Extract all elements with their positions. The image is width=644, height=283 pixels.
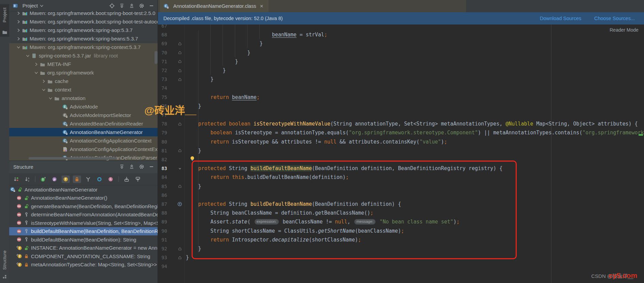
project-tree-item[interactable]: CAnnotationConfigApplicationContext bbox=[9, 136, 158, 145]
project-tree-item[interactable]: CAdviceModeImportSelector bbox=[9, 111, 158, 119]
structure-item[interactable]: fCOMPONENT_ANNOTATION_CLASSNAME: String bbox=[9, 252, 158, 261]
code-token: ; bbox=[358, 237, 361, 243]
collapse-all-icon[interactable] bbox=[129, 3, 134, 9]
choose-sources-link[interactable]: Choose Sources... bbox=[594, 16, 635, 21]
folder-icon bbox=[47, 79, 53, 84]
locate-icon[interactable] bbox=[109, 3, 115, 9]
svg-text:z: z bbox=[28, 179, 29, 182]
visibility-prot-icon bbox=[24, 220, 29, 226]
project-tree-item[interactable]: AnnotationConfigApplicationContextExtens… bbox=[9, 145, 158, 153]
chevron-down-icon[interactable] bbox=[41, 87, 46, 92]
line-number: 88 bbox=[158, 209, 167, 217]
fold-marker-icon[interactable] bbox=[177, 48, 183, 57]
code-text: beanName = strVal; bbox=[186, 30, 327, 39]
project-tree-item[interactable]: Maven: org.springframework:spring-contex… bbox=[9, 43, 158, 51]
project-tree-item[interactable]: context bbox=[9, 85, 158, 94]
chevron-right-icon[interactable] bbox=[34, 62, 39, 67]
structure-item[interactable]: mAnnotationBeanNameGenerator() bbox=[9, 194, 158, 202]
chevron-right-icon[interactable] bbox=[16, 36, 21, 41]
settings-icon[interactable] bbox=[139, 164, 144, 169]
structure-item[interactable]: fmetaAnnotationTypesCache: Map<String, S… bbox=[9, 261, 158, 269]
show-fields-button[interactable]: f bbox=[62, 176, 70, 183]
project-vertical-scrollbar[interactable] bbox=[155, 51, 158, 64]
chevron-down-icon[interactable] bbox=[39, 3, 44, 8]
structure-item[interactable]: mgenerateBeanName(BeanDefinition, BeanDe… bbox=[9, 202, 158, 211]
svg-text:C: C bbox=[64, 122, 66, 125]
project-tree-item[interactable]: Maven: org.springframework:spring-beans:… bbox=[9, 34, 158, 43]
structure-item[interactable]: fINSTANCE: AnnotationBeanNameGenerator =… bbox=[9, 244, 158, 252]
sort-alphabetically-button[interactable]: az bbox=[23, 176, 31, 183]
project-tree-item[interactable]: cache bbox=[9, 77, 158, 85]
sort-by-visibility-button[interactable] bbox=[12, 176, 20, 183]
download-sources-link[interactable]: Download Sources bbox=[540, 16, 581, 21]
project-tree-item[interactable]: EAdviceMode bbox=[9, 102, 158, 111]
chevron-right-icon[interactable] bbox=[16, 19, 21, 24]
collapse-all-icon[interactable] bbox=[129, 164, 134, 169]
line-number: 90 bbox=[158, 227, 167, 235]
fold-marker-icon[interactable] bbox=[177, 57, 183, 66]
override-marker-icon[interactable] bbox=[177, 200, 183, 209]
code-text: } bbox=[186, 146, 201, 155]
code-line: 75 return beanName; bbox=[158, 93, 644, 102]
structure-item[interactable]: mdetermineBeanNameFromAnnotation(Annotat… bbox=[9, 211, 158, 219]
project-panel-title[interactable]: Project bbox=[22, 3, 38, 9]
structure-item[interactable]: mbuildDefaultBeanName(BeanDefinition): S… bbox=[9, 235, 158, 244]
editor-tab[interactable]: C AnnotationBeanNameGenerator.class bbox=[160, 0, 269, 12]
project-tree-item[interactable]: org.springframework bbox=[9, 68, 158, 77]
project-tree-item[interactable]: Maven: org.springframework:spring-aop:5.… bbox=[9, 26, 158, 34]
project-horizontal-scrollbar[interactable] bbox=[29, 157, 117, 160]
editor-tab-label[interactable]: AnnotationBeanNameGenerator.class bbox=[173, 3, 256, 9]
hide-icon[interactable] bbox=[149, 164, 154, 169]
fold-marker-icon[interactable] bbox=[177, 244, 183, 253]
line-number: 70 bbox=[158, 48, 167, 57]
stripe-structure-button[interactable]: Structure bbox=[2, 250, 7, 270]
chevron-right-icon[interactable] bbox=[41, 79, 46, 84]
show-anonymous-classes-button[interactable] bbox=[95, 176, 103, 183]
watermark-center: @砖业洋__ bbox=[144, 102, 196, 117]
fold-marker-icon[interactable] bbox=[177, 146, 183, 155]
stripe-project-button[interactable]: Project bbox=[2, 7, 7, 22]
project-tree-item[interactable]: annotation bbox=[9, 94, 158, 102]
line-number: 69 bbox=[158, 39, 167, 48]
fold-marker-icon[interactable] bbox=[177, 75, 183, 84]
expand-all-icon[interactable] bbox=[119, 164, 125, 169]
structure-item[interactable]: CAnnotationBeanNameGenerator bbox=[9, 185, 158, 194]
autoscroll-to-source-button[interactable] bbox=[123, 176, 131, 183]
expand-all-icon[interactable] bbox=[119, 3, 125, 9]
fold-marker-icon[interactable] bbox=[177, 39, 183, 48]
code-token bbox=[186, 121, 198, 127]
chevron-right-icon[interactable] bbox=[16, 11, 21, 16]
hide-icon[interactable] bbox=[149, 3, 154, 9]
project-tree-item[interactable]: CAnnotatedBeanDefinitionReader bbox=[9, 119, 158, 128]
fold-marker-icon[interactable] bbox=[177, 253, 183, 262]
filter-methods-button[interactable] bbox=[84, 176, 92, 183]
show-non-public-button[interactable] bbox=[73, 176, 81, 183]
code-token bbox=[186, 201, 198, 207]
chevron-down-icon[interactable] bbox=[16, 45, 21, 50]
intention-bulb-icon[interactable] bbox=[190, 156, 195, 162]
structure-item[interactable]: misStereotypeWithNameValue(String, Set<S… bbox=[9, 219, 158, 227]
project-tree-item[interactable]: spring-context-5.3.7.jarlibrary root bbox=[9, 51, 158, 60]
show-properties-button[interactable]: p bbox=[50, 176, 59, 183]
chevron-down-icon[interactable] bbox=[48, 96, 53, 101]
code-viewport[interactable]: 6768 beanName = strVal;69 }70 }71 }72 }7… bbox=[158, 24, 644, 283]
fold-marker-icon[interactable] bbox=[177, 182, 183, 191]
chevron-down-icon[interactable] bbox=[34, 70, 39, 75]
show-inherited-button[interactable]: I bbox=[39, 176, 47, 183]
chevron-right-icon[interactable] bbox=[16, 28, 21, 33]
fold-marker-icon[interactable] bbox=[177, 66, 183, 75]
close-icon[interactable] bbox=[259, 4, 264, 9]
toolbar-separator bbox=[35, 176, 35, 182]
project-tree-item[interactable]: Maven: org.springframework.boot:spring-b… bbox=[9, 17, 158, 26]
project-tree-item[interactable]: Maven: org.springframework.boot:spring-b… bbox=[9, 9, 158, 17]
autoscroll-from-source-button[interactable] bbox=[134, 176, 142, 183]
fold-chevron-icon[interactable] bbox=[177, 164, 183, 173]
project-tree-item[interactable]: META-INF bbox=[9, 60, 158, 68]
folder-icon bbox=[40, 62, 45, 67]
chevron-down-icon[interactable] bbox=[25, 53, 30, 58]
settings-icon[interactable] bbox=[139, 3, 144, 9]
show-lambdas-button[interactable]: λ bbox=[107, 176, 115, 183]
fold-marker-icon[interactable] bbox=[177, 119, 183, 128]
structure-item[interactable]: mbuildDefaultBeanName(BeanDefinition, Be… bbox=[9, 227, 158, 236]
project-tree-item[interactable]: CAnnotationBeanNameGenerator bbox=[9, 128, 158, 136]
